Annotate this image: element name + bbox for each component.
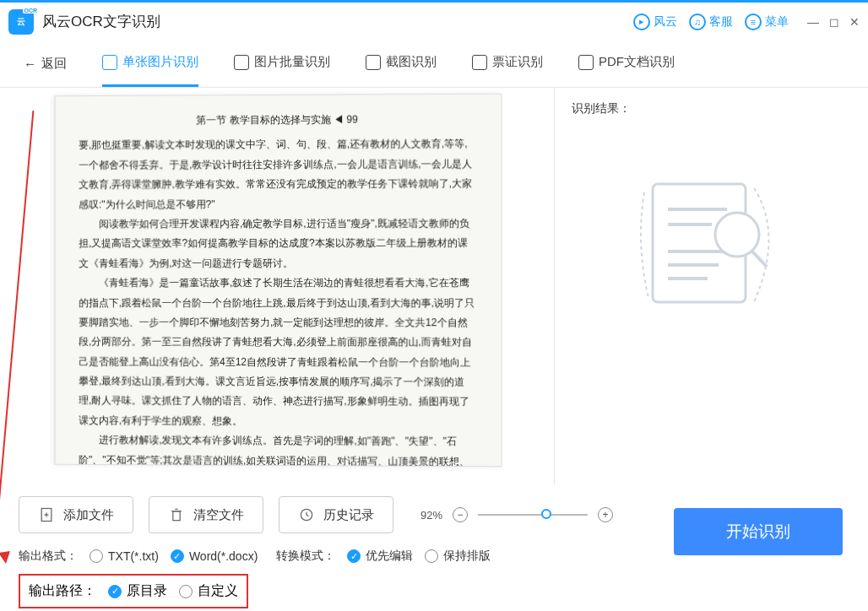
doc-paragraph: 阅读教学如何合理开发课程内容,确定教学目标,进行适当"瘦身",既减轻语文教师的负… [79,214,477,274]
tab-pdf[interactable]: PDF文档识别 [578,54,675,73]
file-plus-icon [38,506,55,523]
output-format-label: 输出格式： [19,549,78,564]
zoom-in-button[interactable]: + [598,507,613,522]
tab-single-image[interactable]: 单张图片识别 [102,54,198,73]
back-button[interactable]: ← 返回 [24,56,67,72]
tab-ticket[interactable]: 票证识别 [472,54,543,73]
ticket-icon [472,55,487,70]
fengyun-label: 风云 [654,14,677,30]
menu-label: 菜单 [765,14,789,30]
tab-batch-image[interactable]: 图片批量识别 [234,54,330,73]
tab-screenshot[interactable]: 截图识别 [366,54,437,73]
document-search-icon [627,176,796,311]
svg-rect-11 [173,511,180,521]
zoom-slider[interactable] [478,514,588,516]
fengyun-link[interactable]: ▸ 风云 [633,14,677,30]
start-label: 开始识别 [726,521,790,543]
tab-screenshot-label: 截图识别 [386,54,437,70]
clock-icon [298,506,315,523]
format-txt-option[interactable]: TXT(*.txt) [90,549,159,563]
tab-pdf-label: PDF文档识别 [599,54,675,70]
menu-link[interactable]: ≡ 菜单 [745,14,789,30]
svg-line-7 [752,251,767,267]
support-link[interactable]: ♫ 客服 [689,14,733,30]
app-logo: 云 [8,9,34,35]
tab-single-label: 单张图片识别 [122,54,198,70]
trash-icon [168,506,185,523]
priority-edit-label: 优先编辑 [366,549,413,564]
svg-line-16 [307,515,309,516]
history-label: 历史记录 [323,507,374,523]
svg-point-6 [715,213,759,257]
doc-paragraph: 要,那也挺重要,解读文本时发现的课文中字、词、句、段、篇,还有教材的人文教育,等… [79,135,477,215]
document-page[interactable]: 第一节 教学目标的选择与实施 ◀ 99 要,那也挺重要,解读文本时发现的课文中字… [55,94,502,468]
radio-checked-icon [347,549,361,563]
output-custom-label: 自定义 [198,582,238,600]
radio-checked-icon [171,549,184,563]
tab-ticket-label: 票证识别 [492,54,543,70]
output-path-highlight: 输出路径： 原目录 自定义 [19,574,248,608]
empty-placeholder [572,176,851,311]
output-custom-option[interactable]: 自定义 [179,582,238,600]
fengyun-icon: ▸ [633,14,650,30]
radio-checked-icon [108,585,122,598]
minimize-button[interactable]: — [807,15,819,29]
annotation-arrow-head [0,551,12,565]
support-label: 客服 [709,14,733,30]
output-original-option[interactable]: 原目录 [108,582,167,600]
output-path-label: 输出路径： [29,582,96,600]
doc-paragraph: 进行教材解读,发现文本有许多训练点。首先是字词的理解,如"善跑"、"失望"、"石… [79,430,477,467]
output-original-label: 原目录 [127,582,167,600]
zoom-value: 92% [420,509,442,522]
document-preview-pane: 第一节 教学目标的选择与实施 ◀ 99 要,那也挺重要,解读文本时发现的课文中字… [0,88,554,484]
crop-icon [366,55,381,70]
headset-icon: ♫ [689,14,706,30]
add-file-label: 添加文件 [63,507,114,523]
radio-icon [90,549,103,563]
add-file-button[interactable]: 添加文件 [19,496,133,533]
clear-file-label: 清空文件 [193,507,244,523]
radio-icon [425,549,438,563]
zoom-thumb[interactable] [541,509,551,519]
pdf-icon [578,55,594,70]
format-word-option[interactable]: Word(*.docx) [171,549,258,563]
result-label: 识别结果： [572,101,851,116]
doc-header: 第一节 教学目标的选择与实施 ◀ 99 [79,110,477,131]
menu-icon: ≡ [745,14,762,30]
mode-keep-layout-option[interactable]: 保持排版 [425,549,491,564]
history-button[interactable]: 历史记录 [279,496,393,533]
start-recognition-button[interactable]: 开始识别 [674,508,843,555]
maximize-button[interactable]: ◻ [829,15,839,29]
back-label: 返回 [41,56,67,72]
format-txt-label: TXT(*.txt) [108,549,159,563]
images-icon [234,55,249,70]
mode-priority-edit-option[interactable]: 优先编辑 [347,549,413,564]
zoom-out-button[interactable]: − [453,507,468,522]
convert-mode-label: 转换模式： [276,549,335,564]
tab-batch-label: 图片批量识别 [254,54,330,70]
result-pane: 识别结果： [554,88,868,484]
clear-file-button[interactable]: 清空文件 [149,496,263,533]
image-icon [102,55,117,70]
close-button[interactable]: ✕ [849,15,860,29]
format-word-label: Word(*.docx) [189,549,258,563]
doc-paragraph: 《青蛙看海》是一篇童话故事,叙述了长期生活在湖边的青蛙很想看看大海,它在苍鹰的指… [79,273,477,432]
arrow-left-icon: ← [24,57,36,71]
keep-layout-label: 保持排版 [443,549,491,564]
radio-icon [179,585,193,598]
app-title: 风云OCR文字识别 [42,12,160,31]
